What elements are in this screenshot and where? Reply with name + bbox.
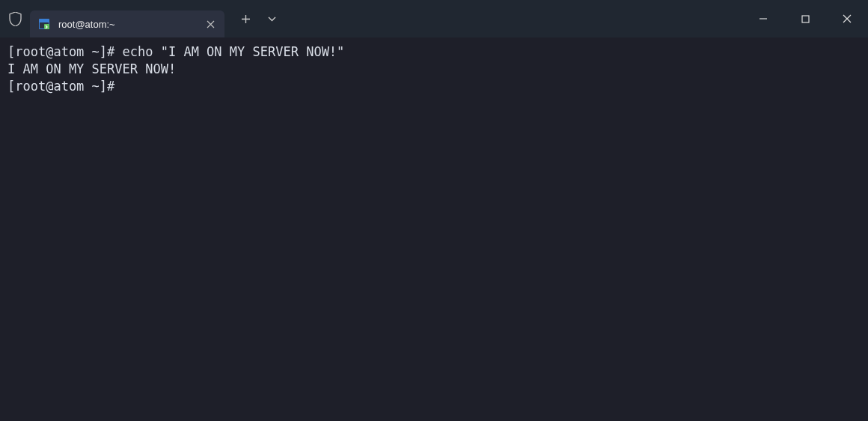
maximize-button[interactable] (784, 0, 826, 37)
new-tab-button[interactable] (230, 4, 260, 34)
window-controls (742, 0, 868, 37)
terminal-content[interactable]: [root@atom ~]# echo "I AM ON MY SERVER N… (0, 37, 868, 101)
chevron-down-icon[interactable] (260, 4, 283, 34)
tab-title: root@atom:~ (58, 19, 202, 30)
close-button[interactable] (826, 0, 868, 37)
shield-icon[interactable] (0, 0, 30, 37)
titlebar-left: root@atom:~ (0, 0, 283, 37)
minimize-button[interactable] (742, 0, 784, 37)
terminal-icon (37, 17, 51, 31)
tab-active[interactable]: root@atom:~ (30, 10, 224, 37)
close-icon[interactable] (202, 16, 218, 32)
titlebar: root@atom:~ (0, 0, 868, 37)
terminal-line: I AM ON MY SERVER NOW! (7, 61, 861, 78)
terminal-line: [root@atom ~]# echo "I AM ON MY SERVER N… (7, 43, 861, 61)
terminal-line: [root@atom ~]# (7, 78, 861, 95)
svg-rect-3 (802, 16, 809, 22)
